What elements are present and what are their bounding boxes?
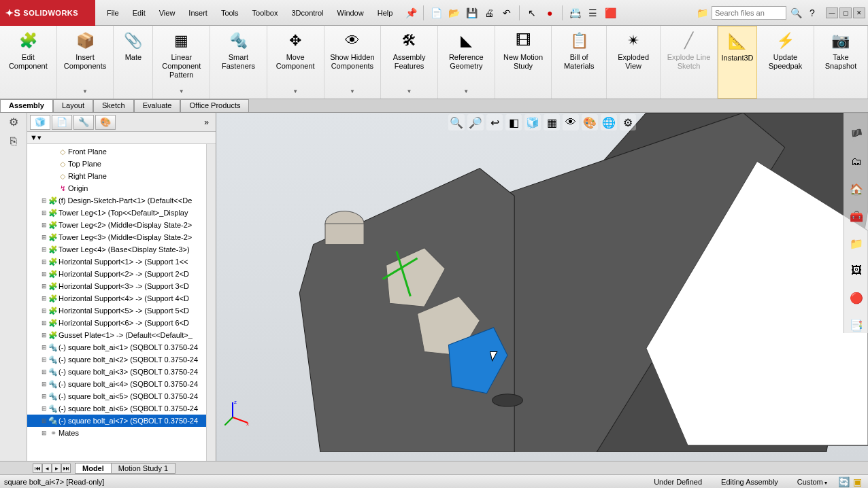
ribbon-bill-of-materials[interactable]: 📋Bill of Materials xyxy=(552,26,607,99)
tree-expand-icon[interactable]: » xyxy=(200,118,213,127)
task-view-palette-icon[interactable]: 🖼 xyxy=(848,262,865,279)
ribbon-assembly-features[interactable]: 🛠Assembly Features▼ xyxy=(381,26,438,99)
tree-item[interactable]: ⊞🔩(-) square bolt_ai<4> (SQBOLT 0.3750-2… xyxy=(27,378,216,390)
expand-icon[interactable]: ⊞ xyxy=(41,197,48,204)
expand-icon[interactable]: ⊞ xyxy=(41,417,48,424)
expand-icon[interactable]: ⊞ xyxy=(41,222,48,228)
sheet-last-button[interactable]: ⏭ xyxy=(61,464,71,473)
menu-edit[interactable]: Edit xyxy=(127,6,152,20)
expand-icon[interactable]: ⊞ xyxy=(41,344,48,351)
menu-window[interactable]: Window xyxy=(331,6,370,20)
ribbon-show-hidden-components[interactable]: 👁Show Hidden Components▼ xyxy=(324,26,382,99)
assembly-icon[interactable]: ⚙ xyxy=(9,116,18,128)
tree-item[interactable]: ⊞🧩Tower Leg<2> (Middle<Display State-2> xyxy=(27,219,216,231)
pin-icon[interactable]: 📌 xyxy=(404,6,418,20)
tree-item[interactable]: ⊞🧩Horizontal Support<6> -> (Support 6<D xyxy=(27,317,216,329)
ribbon-mate[interactable]: 📎Mate xyxy=(114,26,153,99)
menu-tools[interactable]: Tools xyxy=(215,6,245,20)
tree-item[interactable]: ⊞🧩(f) Design-Sketch-Part<1> (Default<<De xyxy=(27,194,216,207)
flyout-icon[interactable]: ⎘ xyxy=(10,135,17,147)
close-button[interactable]: ✕ xyxy=(853,7,865,18)
ribbon-take-snapshot[interactable]: 📷Take Snapshot xyxy=(814,26,868,99)
options-icon[interactable]: 📇 xyxy=(568,6,582,20)
sheet-tab-motion-study-1[interactable]: Motion Study 1 xyxy=(111,463,176,474)
folder-icon[interactable]: 📁 xyxy=(695,6,709,20)
expand-icon[interactable]: ⊞ xyxy=(41,258,48,265)
sheet-first-button[interactable]: ⏮ xyxy=(33,464,42,473)
expand-icon[interactable]: ⊞ xyxy=(41,430,48,436)
view-settings-icon[interactable]: ⚙ xyxy=(620,114,636,130)
rebuild-icon[interactable]: ● xyxy=(543,6,556,20)
help-icon[interactable]: ? xyxy=(805,6,819,20)
expand-icon[interactable]: ⊞ xyxy=(41,283,48,290)
expand-icon[interactable]: ⊞ xyxy=(41,209,48,216)
task-explorer-icon[interactable]: 📁 xyxy=(848,235,865,251)
tree-tab-display[interactable]: 🎨 xyxy=(95,115,116,130)
tree-filter-bar[interactable]: ▼▾ xyxy=(27,132,216,144)
expand-icon[interactable]: ⊞ xyxy=(41,393,48,400)
maximize-button[interactable]: ▢ xyxy=(839,7,852,18)
search-input[interactable] xyxy=(712,6,786,20)
print-icon[interactable]: 🖨 xyxy=(482,6,496,20)
tree-item[interactable]: ⊞🧩Horizontal Support<1> -> (Support 1<< xyxy=(27,256,216,268)
tree-item[interactable]: ⊞🧩Horizontal Support<2> -> (Support 2<D xyxy=(27,268,216,280)
minimize-button[interactable]: — xyxy=(826,7,838,18)
expand-icon[interactable]: ⊞ xyxy=(41,405,48,412)
view-orient-icon[interactable]: 🧊 xyxy=(524,114,541,130)
record-icon[interactable]: 🟥 xyxy=(603,6,617,20)
menu-file[interactable]: File xyxy=(101,6,125,20)
sheet-next-button[interactable]: ▸ xyxy=(52,464,61,473)
list-icon[interactable]: ☰ xyxy=(586,6,599,20)
status-rebuild-icon[interactable]: 🔄 xyxy=(837,475,850,489)
open-icon[interactable]: 📂 xyxy=(447,6,461,20)
tree-item[interactable]: ⊞🧩Tower Leg<3> (Middle<Display State-2> xyxy=(27,231,216,243)
expand-icon[interactable]: ⊞ xyxy=(41,368,48,375)
tree-item[interactable]: ⊞⚭Mates xyxy=(27,427,216,439)
tree-item[interactable]: ⊞🧩Gusset Plate<1> -> (Default<<Default>_ xyxy=(27,329,216,341)
tree-item[interactable]: ⊞🧩Horizontal Support<4> -> (Support 4<D xyxy=(27,292,216,304)
new-icon[interactable]: 📄 xyxy=(429,6,443,20)
undo-icon[interactable]: ↶ xyxy=(500,6,514,20)
ribbon-linear-component-pattern[interactable]: ▦Linear Component Pattern▼ xyxy=(153,26,210,99)
sheet-prev-button[interactable]: ◂ xyxy=(42,464,52,473)
hide-show-icon[interactable]: 👁 xyxy=(563,114,579,130)
task-design-lib-icon[interactable]: 🗂 xyxy=(848,154,865,170)
zoom-window-icon[interactable]: 🔎 xyxy=(467,114,484,130)
status-units[interactable]: Custom xyxy=(788,478,837,486)
save-icon[interactable]: 💾 xyxy=(465,6,478,20)
tree-item[interactable]: ⊞🔩(-) square bolt_ai<7> (SQBOLT 0.3750-2… xyxy=(27,415,216,427)
expand-icon[interactable]: ⊞ xyxy=(41,234,48,241)
ribbon-edit-component[interactable]: 🧩Edit Component xyxy=(0,26,57,99)
task-resources-icon[interactable]: 🏴 xyxy=(848,126,865,143)
tree-tab-config[interactable]: 🔧 xyxy=(73,115,94,130)
prev-view-icon[interactable]: ↩ xyxy=(486,114,503,130)
feature-tree[interactable]: ◇Front Plane◇Top Plane◇Right Plane↯Origi… xyxy=(27,144,216,461)
tree-scrollbar[interactable] xyxy=(206,144,216,461)
tree-item[interactable]: ⊞🧩Tower Leg<1> (Top<<Default>_Display xyxy=(27,207,216,219)
ribbon-new-motion-study[interactable]: 🎞New Motion Study xyxy=(495,26,552,99)
expand-icon[interactable]: ⊞ xyxy=(41,307,48,314)
tree-item[interactable]: ⊞🔩(-) square bolt_ai<5> (SQBOLT 0.3750-2… xyxy=(27,390,216,402)
tree-tab-featuremanager[interactable]: 🧊 xyxy=(30,115,50,130)
appearance-icon[interactable]: 🎨 xyxy=(582,114,598,130)
tree-item[interactable]: ⊞🔩(-) square bolt_ai<1> (SQBOLT 0.3750-2… xyxy=(27,341,216,353)
expand-icon[interactable]: ⊞ xyxy=(41,319,48,326)
tree-item[interactable]: ◇Right Plane xyxy=(27,170,216,182)
task-toolbox-icon[interactable]: 🧰 xyxy=(848,208,865,224)
tree-item[interactable]: ↯Origin xyxy=(27,182,216,194)
tree-item[interactable]: ⊞🧩Tower Leg<4> (Base<Display State-3>) xyxy=(27,243,216,256)
menu-view[interactable]: View xyxy=(153,6,182,20)
display-style-icon[interactable]: ▦ xyxy=(544,114,560,130)
ribbon-instant3d[interactable]: 📐Instant3D xyxy=(718,26,757,99)
expand-icon[interactable]: ⊞ xyxy=(41,332,48,338)
expand-icon[interactable]: ⊞ xyxy=(41,246,48,253)
tree-item[interactable]: ⊞🧩Horizontal Support<3> -> (Support 3<D xyxy=(27,280,216,292)
ribbon-smart-fasteners[interactable]: 🔩Smart Fasteners xyxy=(210,26,267,99)
section-icon[interactable]: ◧ xyxy=(505,114,522,130)
tab-evaluate[interactable]: Evaluate xyxy=(134,99,181,112)
menu-help[interactable]: Help xyxy=(371,6,399,20)
expand-icon[interactable]: ⊞ xyxy=(41,381,48,387)
tree-item[interactable]: ⊞🔩(-) square bolt_ai<2> (SQBOLT 0.3750-2… xyxy=(27,353,216,366)
status-flag-icon[interactable]: ▣ xyxy=(850,475,864,489)
ribbon-reference-geometry[interactable]: ◣Reference Geometry▼ xyxy=(438,26,495,99)
